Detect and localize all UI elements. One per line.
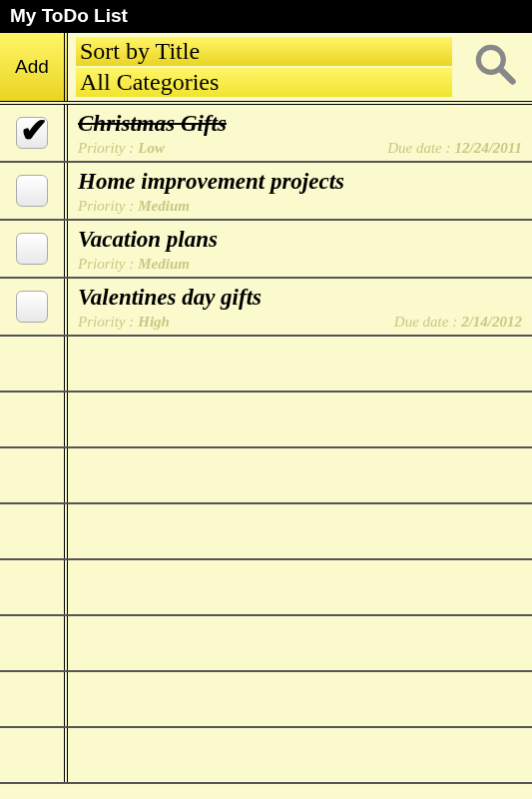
task-content: Valentines day gifts Priority : High Due… [68,279,532,335]
sort-filter-area: Sort by Title All Categories [68,33,460,101]
task-meta: Priority : High Due date : 2/14/2012 [78,313,522,331]
task-row[interactable]: Vacation plans Priority : Medium [0,221,532,279]
priority: Priority : Medium [78,255,190,273]
due-date: Due date : 12/24/2011 [387,139,522,157]
empty-row [0,504,532,560]
due-value: 2/14/2012 [461,314,522,330]
add-button[interactable]: Add [0,33,68,101]
empty-row [0,448,532,504]
priority-label: Priority : [78,314,134,330]
search-button[interactable] [460,33,532,101]
task-title: Christmas Gifts [78,111,522,137]
priority-label: Priority : [78,198,134,214]
checkbox-cell [0,279,68,335]
task-title: Home improvement projects [78,169,522,195]
empty-row [0,728,532,784]
sort-dropdown[interactable]: Sort by Title [76,37,452,66]
due-value: 12/24/2011 [454,140,522,156]
checkbox-cell [0,163,68,219]
priority-label: Priority : [78,256,134,272]
priority-value: Low [138,140,165,156]
priority: Priority : Low [78,139,165,157]
task-meta: Priority : Medium [78,255,522,273]
app-title-bar: My ToDo List [0,0,532,30]
checkbox-cell [0,221,68,277]
task-row[interactable]: Home improvement projects Priority : Med… [0,163,532,221]
task-row[interactable]: Christmas Gifts Priority : Low Due date … [0,105,532,163]
task-list: Christmas Gifts Priority : Low Due date … [0,105,532,784]
priority-value: Medium [138,198,190,214]
priority: Priority : Medium [78,197,190,215]
task-meta: Priority : Medium [78,197,522,215]
task-checkbox[interactable] [16,117,48,149]
magnifier-icon [470,39,522,95]
task-content: Vacation plans Priority : Medium [68,221,532,277]
task-content: Home improvement projects Priority : Med… [68,163,532,219]
priority-label: Priority : [78,140,134,156]
due-date: Due date : 2/14/2012 [394,313,522,331]
empty-row [0,393,532,448]
empty-row [0,337,532,393]
priority: Priority : High [78,313,170,331]
task-meta: Priority : Low Due date : 12/24/2011 [78,139,522,157]
empty-row [0,672,532,728]
add-button-label: Add [15,56,49,78]
svg-line-1 [500,69,512,81]
filter-label: All Categories [80,69,219,95]
app-title: My ToDo List [10,5,128,26]
priority-value: High [138,314,170,330]
task-content: Christmas Gifts Priority : Low Due date … [68,105,532,161]
task-row[interactable]: Valentines day gifts Priority : High Due… [0,279,532,337]
checkbox-cell [0,105,68,161]
empty-row [0,560,532,616]
filter-dropdown[interactable]: All Categories [76,68,452,97]
task-title: Valentines day gifts [78,285,522,311]
task-checkbox[interactable] [16,175,48,207]
due-label: Due date : [394,314,457,330]
task-title: Vacation plans [78,227,522,253]
sort-label: Sort by Title [80,38,200,64]
task-checkbox[interactable] [16,233,48,265]
empty-row [0,616,532,672]
task-checkbox[interactable] [16,291,48,323]
due-label: Due date : [387,140,450,156]
toolbar: Add Sort by Title All Categories [0,30,532,105]
priority-value: Medium [138,256,190,272]
